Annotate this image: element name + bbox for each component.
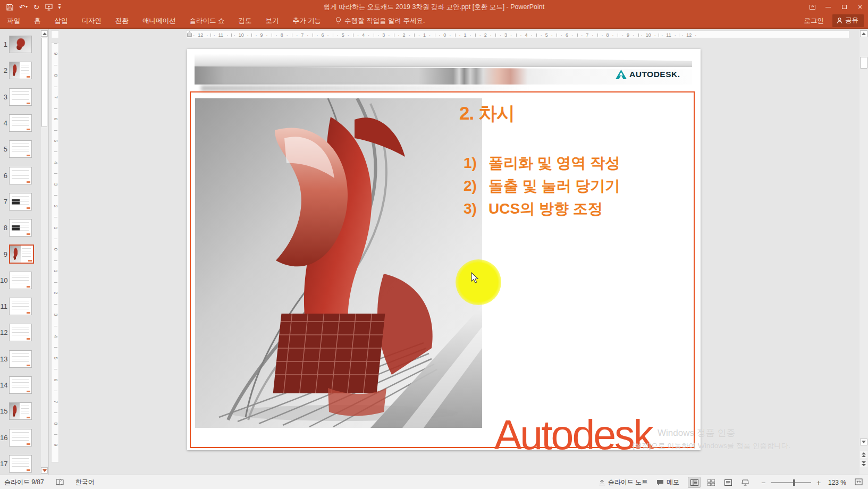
ruler-tick-label: 10 bbox=[638, 31, 659, 38]
ribbon-tab[interactable]: 보기 bbox=[258, 14, 285, 28]
agenda-item[interactable]: 1) 폴리화 및 영역 작성 bbox=[464, 155, 620, 171]
thumbnail-text-lines bbox=[12, 117, 29, 127]
slide-thumbnail[interactable]: 1 bbox=[0, 31, 40, 57]
slide-sorter-view-button[interactable] bbox=[705, 477, 718, 488]
double-chevron-down-icon bbox=[862, 461, 866, 466]
reading-view-button[interactable] bbox=[722, 477, 735, 488]
cursor-arrow-icon bbox=[471, 272, 479, 284]
tell-me-box[interactable]: 수행할 작업을 알려 주세요. bbox=[328, 16, 425, 26]
share-button[interactable]: 공유 bbox=[832, 14, 864, 27]
slide-thumbnail[interactable]: 14 bbox=[0, 372, 40, 398]
ruler-tick-label: 3 bbox=[495, 31, 516, 38]
language-button[interactable]: 한국어 bbox=[75, 478, 95, 487]
zoom-percentage[interactable]: 123 % bbox=[826, 479, 846, 486]
slideshow-view-button[interactable] bbox=[739, 477, 752, 488]
slide-thumbnail[interactable]: 15 bbox=[0, 398, 40, 424]
proofing-status-button[interactable] bbox=[56, 479, 64, 486]
ribbon-tab[interactable]: 검토 bbox=[231, 14, 258, 28]
zoom-slider-track[interactable] bbox=[771, 482, 811, 483]
scroll-down-icon bbox=[43, 469, 47, 472]
slide-number: 13 bbox=[0, 355, 9, 363]
ribbon-tab[interactable]: 파일 bbox=[0, 14, 27, 28]
normal-view-button[interactable] bbox=[688, 477, 701, 488]
redo-button[interactable]: ↻ bbox=[33, 4, 39, 11]
save-button[interactable] bbox=[6, 4, 13, 11]
slide-number: 11 bbox=[0, 302, 9, 310]
slide-title[interactable]: 2. 차시 bbox=[459, 101, 515, 126]
sculpture-image[interactable] bbox=[195, 98, 482, 428]
comments-toggle-button[interactable]: 메모 bbox=[656, 478, 679, 487]
undo-icon: ↶ bbox=[19, 4, 25, 11]
slide-header-banner-top bbox=[195, 54, 692, 67]
slide-thumbnail[interactable]: 11 bbox=[0, 293, 40, 319]
ribbon-tab[interactable]: 전환 bbox=[108, 14, 136, 28]
zoom-out-button[interactable]: − bbox=[760, 478, 766, 487]
ribbon-tab[interactable]: 홈 bbox=[27, 14, 48, 28]
agenda-item-text: 폴리화 및 영역 작성 bbox=[488, 155, 620, 171]
ribbon-tab[interactable]: 삽입 bbox=[48, 14, 75, 28]
slide-thumbnail[interactable]: 16 bbox=[0, 424, 40, 450]
thumbnail-scrollbar-thumb[interactable] bbox=[41, 38, 47, 127]
restore-button[interactable] bbox=[836, 0, 852, 14]
customize-qat-button[interactable]: ▾ bbox=[58, 4, 61, 10]
autodesk-wordmark[interactable]: Autodesk bbox=[494, 415, 652, 456]
slide-thumbnail[interactable]: 9 bbox=[0, 241, 40, 267]
main-scrollbar bbox=[859, 30, 868, 475]
ruler-tick-label: 6 bbox=[557, 31, 577, 38]
slide-thumbnail[interactable]: 13 bbox=[0, 346, 40, 372]
ribbon-tab[interactable]: 디자인 bbox=[75, 14, 109, 28]
thumbnail-text-lines bbox=[12, 275, 29, 284]
agenda-item[interactable]: 3) UCS의 방향 조정 bbox=[464, 201, 620, 217]
thumbnail-text-lines bbox=[12, 144, 29, 153]
slide-thumbnail[interactable]: 3 bbox=[0, 84, 40, 110]
close-button[interactable]: × bbox=[852, 0, 868, 14]
thumbnail-scroll-down-button[interactable] bbox=[41, 467, 48, 474]
slide-thumbnail[interactable]: 4 bbox=[0, 110, 40, 136]
ruler-tick-label: 4 bbox=[353, 31, 373, 38]
slide-thumbnail[interactable]: 5 bbox=[0, 136, 40, 162]
ruler-tick-label: 7 bbox=[292, 31, 312, 38]
agenda-item-marker: 2) bbox=[464, 178, 488, 194]
ribbon-display-options-button[interactable] bbox=[804, 0, 820, 14]
slide-thumbnail[interactable]: 6 bbox=[0, 162, 40, 188]
slide-thumbnail[interactable]: 10 bbox=[0, 267, 40, 293]
thumbnail-scroll-up-button[interactable] bbox=[41, 30, 48, 37]
slide-thumbnail[interactable]: 8 bbox=[0, 215, 40, 241]
notes-toggle-button[interactable]: 슬라이드 노트 bbox=[599, 478, 648, 487]
slide-thumbnail[interactable]: 2 bbox=[0, 57, 40, 83]
ribbon-tab[interactable]: 애니메이션 bbox=[136, 14, 183, 28]
ribbon-tab[interactable]: 추가 기능 bbox=[285, 14, 327, 28]
login-button[interactable]: 로그인 bbox=[801, 15, 828, 27]
scroll-down-button[interactable] bbox=[860, 439, 867, 445]
zoom-slider-thumb[interactable] bbox=[793, 479, 795, 486]
agenda-list[interactable]: 1) 폴리화 및 영역 작성 2) 돌출 및 눌러 당기기 3) UCS의 방향… bbox=[464, 155, 620, 224]
ruler-tick-label: 2 bbox=[52, 282, 59, 304]
share-label: 공유 bbox=[845, 16, 858, 25]
slide-thumbnail-preview bbox=[9, 455, 32, 473]
thumbnail-image bbox=[10, 36, 31, 53]
undo-button[interactable]: ↶▾ bbox=[19, 4, 28, 11]
main-scrollbar-thumb[interactable] bbox=[860, 57, 867, 69]
next-slide-button[interactable] bbox=[860, 460, 867, 467]
slide-indicator[interactable]: 슬라이드 9/87 bbox=[4, 478, 44, 487]
ruler-tick-label: 10 bbox=[231, 31, 251, 38]
ruler-tick-label: 8 bbox=[52, 65, 59, 87]
slide-thumbnail[interactable]: 17 bbox=[0, 451, 40, 477]
agenda-item[interactable]: 2) 돌출 및 눌러 당기기 bbox=[464, 178, 620, 194]
ribbon-tab[interactable]: 슬라이드 쇼 bbox=[183, 14, 232, 28]
slide-thumbnail[interactable]: 12 bbox=[0, 319, 40, 345]
start-slideshow-button[interactable] bbox=[45, 4, 53, 11]
scroll-up-button[interactable] bbox=[860, 30, 867, 37]
slide-canvas[interactable]: AUTODESK. bbox=[187, 49, 701, 450]
fit-to-window-button[interactable] bbox=[855, 478, 863, 487]
ruler-tick-label: 4 bbox=[52, 151, 59, 173]
previous-slide-button[interactable] bbox=[860, 451, 867, 458]
chevron-down-icon: ▾ bbox=[58, 5, 61, 10]
thumbnail-image bbox=[10, 403, 20, 419]
zoom-in-button[interactable]: + bbox=[815, 478, 822, 487]
ruler-tick-label: 5 bbox=[52, 347, 59, 369]
slide-thumbnail[interactable]: 7 bbox=[0, 189, 40, 215]
minimize-button[interactable] bbox=[820, 0, 836, 14]
slide-number: 3 bbox=[0, 93, 9, 101]
normal-view-icon bbox=[690, 479, 698, 486]
